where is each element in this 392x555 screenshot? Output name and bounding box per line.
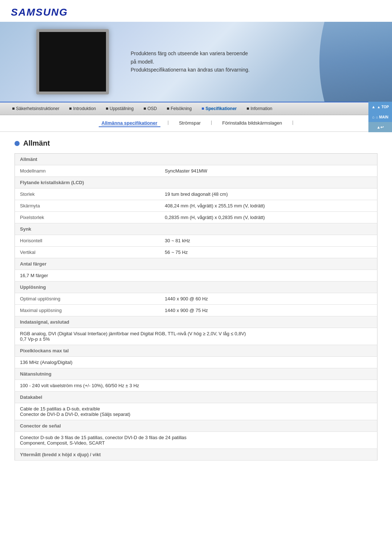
hero-monitor-screen [39, 32, 106, 92]
nav-dot-setup [106, 108, 108, 110]
main-button[interactable]: ⌂ ⌂ MAIN [368, 112, 392, 122]
sub-tab-preset-label: Förinstallda bildskärmslagen [222, 120, 282, 126]
main-label: ⌂ MAIN [376, 115, 388, 119]
table-row: Pixelklockans max tal [15, 345, 377, 357]
section-title-row: Allmänt [15, 139, 377, 147]
hero-wave-bg [283, 22, 392, 102]
nav-label-safety: Säkerhetsinstruktioner [16, 106, 59, 111]
table-row: Modellnamn SyncMaster 941MW [15, 165, 377, 177]
value-vertical: 56 ~ 75 Hz [160, 247, 377, 258]
value-size: 19 tum bred diagonalt (48 cm) [160, 189, 377, 200]
table-row: Skärmyta 408,24 mm (H, vågrätt) x 255,15… [15, 200, 377, 212]
value-power: 100 - 240 volt växelström rms (+/- 10%),… [15, 380, 377, 392]
value-cable: Cable de 15 patillas a D-sub, extraíble … [15, 403, 377, 420]
value-horizontal: 30 ~ 81 kHz [160, 235, 377, 247]
label-size: Storlek [15, 189, 160, 200]
top-button[interactable]: ▲ ▲ TOP [368, 102, 392, 112]
hero-text: Produktens färg och utseende kan variera… [131, 49, 250, 74]
nav-dot-trouble [167, 108, 169, 110]
top-arrow-icon: ▲ [372, 105, 376, 109]
category-connector: Conector de señal [15, 420, 377, 432]
table-row: Optimal upplösning 1440 x 900 @ 60 Hz [15, 293, 377, 305]
nav-label-intro: Introduktion [73, 106, 96, 111]
label-horizontal: Horisontell [15, 235, 160, 247]
sub-tab-power-label: Strömspar [179, 120, 201, 126]
table-row: Maximal upplösning 1440 x 900 @ 75 Hz [15, 305, 377, 316]
sub-tab-sep-1: | [168, 119, 169, 127]
label-max-res: Maximal upplösning [15, 305, 160, 316]
value-input: RGB analog, DVI (Digital Visual Interfac… [15, 328, 377, 345]
category-general: Allmänt [15, 154, 377, 165]
table-row: Vertikal 56 ~ 75 Hz [15, 247, 377, 258]
sub-tab-general-label: Allmänna specifikationer [102, 120, 158, 126]
nav-item-safety[interactable]: Säkerhetsinstruktioner [7, 105, 64, 113]
hero-monitor [36, 29, 109, 94]
category-dimensions: Yttermått (bredd x höjd x djup) / vikt [15, 449, 377, 461]
nav-item-intro[interactable]: Introduktion [64, 105, 101, 113]
sub-tab-sep-3: | [292, 119, 293, 127]
side-nav: ▲ ▲ TOP ⌂ ⌂ MAIN ▲↩ [368, 102, 392, 132]
label-optimal-res: Optimal upplösning [15, 293, 160, 305]
hero-banner: Produktens färg och utseende kan variera… [0, 22, 392, 102]
table-row: Conector de señal [15, 420, 377, 432]
top-label: ▲ TOP [377, 105, 389, 109]
main-content: Allmänt Allmänt Modellnamn SyncMaster 94… [0, 132, 392, 468]
table-row: Cable de 15 patillas a D-sub, extraíble … [15, 403, 377, 420]
table-row: Storlek 19 tum bred diagonalt (48 cm) [15, 189, 377, 200]
table-row: Datakabel [15, 392, 377, 403]
value-pixel-clock: 136 MHz (Analog/Digital) [15, 357, 377, 368]
table-row: 16,7 M färger [15, 270, 377, 281]
table-row: Pixelstorlek 0,2835 mm (H, vågrätt) x 0,… [15, 212, 377, 223]
value-screenarea: 408,24 mm (H, vågrätt) x 255,15 mm (V, l… [160, 200, 377, 212]
sub-tab-preset[interactable]: Förinstallda bildskärmslagen [219, 119, 285, 127]
label-screenarea: Skärmyta [15, 200, 160, 212]
nav-item-osd[interactable]: OSD [139, 105, 162, 113]
nav-item-info[interactable]: Information [242, 105, 277, 113]
back-button[interactable]: ▲↩ [368, 122, 392, 132]
category-colors: Antal färger [15, 258, 377, 270]
category-pixel-clock: Pixelklockans max tal [15, 345, 377, 357]
table-row: Antal färger [15, 258, 377, 270]
samsung-logo: SAMSUNG [11, 7, 381, 18]
table-row: Horisontell 30 ~ 81 kHz [15, 235, 377, 247]
nav-dot-safety [12, 108, 15, 110]
nav-dot-osd [144, 108, 146, 110]
nav-dot-intro [69, 108, 72, 110]
label-pixelsize: Pixelstorlek [15, 212, 160, 223]
table-row: Conector D-sub de 3 filas de 15 patillas… [15, 432, 377, 449]
sub-tabs-bar: Allmänna specifikationer | Strömspar | F… [0, 115, 392, 132]
table-row: Yttermått (bredd x höjd x djup) / vikt [15, 449, 377, 461]
sub-tab-general[interactable]: Allmänna specifikationer [99, 119, 160, 127]
nav-dot-spec [202, 108, 204, 110]
hero-text-content: Produktens färg och utseende kan variera… [131, 49, 250, 74]
category-cable: Datakabel [15, 392, 377, 403]
table-row: Allmänt [15, 154, 377, 165]
nav-label-osd: OSD [147, 106, 157, 111]
navbar: Säkerhetsinstruktioner Introduktion Upps… [0, 102, 392, 115]
label-modelname: Modellnamn [15, 165, 160, 177]
nav-label-trouble: Felsökning [171, 106, 192, 111]
value-optimal-res: 1440 x 900 @ 60 Hz [160, 293, 377, 305]
table-row: 136 MHz (Analog/Digital) [15, 357, 377, 368]
value-colors: 16,7 M färger [15, 270, 377, 281]
back-icon: ▲↩ [377, 125, 384, 130]
value-pixelsize: 0,2835 mm (H, vågrätt) x 0,2835 mm (V, l… [160, 212, 377, 223]
nav-item-setup[interactable]: Uppställning [101, 105, 139, 113]
table-row: Nätanslutning [15, 368, 377, 380]
table-row: Synk [15, 223, 377, 235]
nav-dot-info [247, 108, 249, 110]
category-resolution: Upplösning [15, 281, 377, 293]
table-row: Flytande kristallskärm (LCD) [15, 177, 377, 189]
header: SAMSUNG [0, 0, 392, 18]
category-input: Indatasignal, avslutad [15, 316, 377, 328]
value-max-res: 1440 x 900 @ 75 Hz [160, 305, 377, 316]
main-home-icon: ⌂ [372, 115, 375, 119]
nav-item-trouble[interactable]: Felsökning [162, 105, 197, 113]
sub-tab-sep-2: | [211, 119, 212, 127]
category-sync: Synk [15, 223, 377, 235]
nav-label-spec: Specifikationer [205, 106, 237, 111]
category-lcd: Flytande kristallskärm (LCD) [15, 177, 377, 189]
sub-tab-power[interactable]: Strömspar [176, 119, 204, 127]
nav-item-spec[interactable]: Specifikationer [197, 105, 242, 113]
value-connector: Conector D-sub de 3 filas de 15 patillas… [15, 432, 377, 449]
